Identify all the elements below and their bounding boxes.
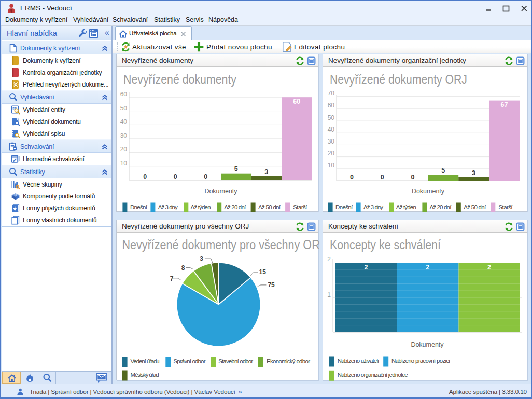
svg-text:Nabízeno pracovní pozici: Nabízeno pracovní pozici: [391, 358, 450, 364]
svg-text:Starší: Starší: [293, 204, 307, 210]
svg-text:2: 2: [426, 264, 429, 271]
svg-text:Až 3 dny: Až 3 dny: [158, 204, 178, 210]
svg-text:Až 50 dní: Až 50 dní: [258, 204, 281, 210]
svg-text:7: 7: [170, 275, 174, 282]
svg-text:Starší: Starší: [499, 204, 513, 210]
svg-text:0: 0: [381, 174, 384, 181]
svg-text:Až 20 dní: Až 20 dní: [224, 204, 246, 210]
svg-text:50: 50: [120, 105, 128, 112]
svg-text:1: 1: [327, 291, 331, 298]
svg-text:60: 60: [293, 98, 300, 105]
svg-text:Vedení úřadu: Vedení úřadu: [131, 358, 160, 364]
svg-text:Dokumenty: Dokumenty: [411, 341, 444, 348]
svg-text:5: 5: [234, 165, 238, 173]
svg-text:2: 2: [364, 264, 368, 271]
svg-text:Až týden: Až týden: [191, 204, 211, 210]
svg-text:Nevyřízené dokumenty pro všech: Nevyřízené dokumenty pro všechny ORJ: [122, 237, 319, 252]
svg-text:40: 40: [328, 126, 335, 133]
svg-text:3: 3: [472, 169, 475, 177]
svg-text:Až 20 dní: Až 20 dní: [429, 204, 452, 210]
svg-text:75: 75: [268, 281, 275, 289]
svg-text:30: 30: [328, 138, 335, 145]
svg-text:40: 40: [120, 118, 128, 125]
svg-text:8: 8: [181, 264, 185, 272]
svg-text:Nabízeno organizační jednotce: Nabízeno organizační jednotce: [338, 372, 408, 378]
svg-text:Dnešní: Dnešní: [335, 204, 353, 210]
svg-text:5: 5: [441, 167, 445, 174]
svg-text:Až 50 dní: Až 50 dní: [464, 204, 486, 210]
svg-text:Koncepty ke schválení: Koncepty ke schválení: [330, 237, 441, 252]
svg-text:Dokumenty: Dokumenty: [204, 188, 237, 195]
svg-text:3: 3: [200, 255, 203, 262]
svg-text:Nevyřízené dokumenty: Nevyřízené dokumenty: [123, 72, 236, 87]
svg-text:3: 3: [264, 168, 268, 176]
svg-text:50: 50: [328, 114, 335, 121]
svg-text:0: 0: [204, 173, 207, 180]
svg-text:Stavební odbor: Stavební odbor: [218, 358, 253, 364]
svg-text:20: 20: [328, 150, 335, 157]
svg-text:67: 67: [501, 101, 508, 108]
svg-text:0: 0: [350, 174, 354, 181]
svg-text:0: 0: [143, 173, 147, 180]
svg-text:Městský úřad: Městský úřad: [131, 372, 159, 378]
svg-text:Správní odbor: Správní odbor: [174, 358, 206, 364]
svg-text:Dokumenty: Dokumenty: [412, 188, 445, 195]
svg-text:Až 3 dny: Až 3 dny: [363, 204, 383, 210]
svg-text:30: 30: [120, 132, 128, 139]
svg-text:70: 70: [328, 90, 335, 97]
svg-text:Až týden: Až týden: [396, 204, 416, 210]
svg-text:60: 60: [120, 91, 128, 98]
svg-text:10: 10: [328, 162, 335, 169]
svg-text:0: 0: [411, 174, 415, 181]
svg-text:60: 60: [328, 102, 335, 109]
svg-text:Ekonomický odbor: Ekonomický odbor: [267, 358, 310, 364]
svg-text:20: 20: [120, 146, 128, 153]
svg-text:Dnešní: Dnešní: [130, 204, 148, 210]
svg-text:10: 10: [120, 160, 128, 167]
svg-text:0: 0: [174, 173, 177, 180]
svg-text:Nevyřízené dokumenty ORJ: Nevyřízené dokumenty ORJ: [330, 72, 467, 87]
svg-text:Nabízeno uživateli: Nabízeno uživateli: [338, 358, 379, 364]
svg-text:2: 2: [487, 264, 491, 271]
svg-text:15: 15: [259, 268, 267, 276]
svg-text:2: 2: [327, 255, 331, 263]
